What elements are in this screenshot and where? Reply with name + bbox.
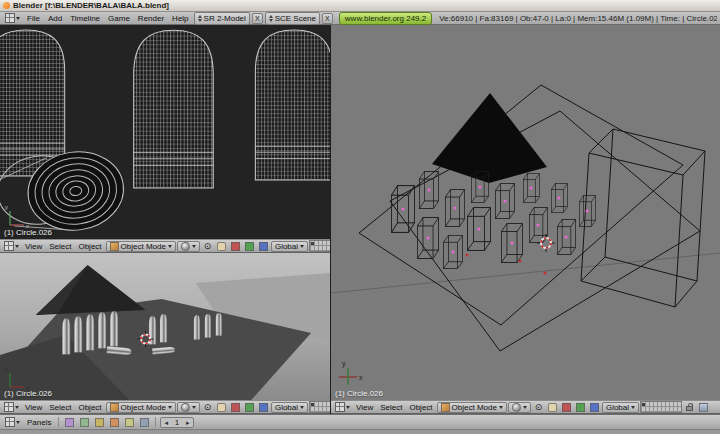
frame-stepper[interactable]: ◂ 1 ▸ [160, 417, 193, 428]
viewport-header: View Select Object Object Mode ⊙ Global [0, 239, 330, 253]
file-menu[interactable]: File [24, 14, 43, 23]
pivot-icon: ⊙ [204, 242, 212, 251]
translate-manipulator-button[interactable] [560, 401, 573, 413]
editor-type-button[interactable] [333, 402, 352, 413]
panels-menu[interactable]: Panels [24, 418, 54, 427]
chevron-down-icon [346, 406, 350, 409]
draw-type-dropdown[interactable] [177, 241, 200, 252]
help-menu[interactable]: Help [169, 14, 191, 23]
orientation-dropdown[interactable]: Global [271, 402, 308, 413]
editor-type-icon [4, 402, 14, 412]
lock-button[interactable] [683, 401, 696, 413]
manipulator-hand-button[interactable] [215, 240, 228, 252]
svg-text:y: y [5, 366, 8, 372]
window-titlebar[interactable]: Blender [f:\BLENDER\BALA\BALA.blend] [0, 0, 720, 12]
mode-dropdown[interactable]: Object Mode [106, 241, 176, 252]
scene-context-icon [140, 418, 149, 427]
select-menu[interactable]: Select [46, 403, 74, 412]
frame-decrement-arrow[interactable]: ◂ [164, 419, 168, 426]
scale-manipulator-icon [259, 242, 268, 251]
render-preview-button[interactable] [697, 401, 710, 413]
view-menu[interactable]: View [22, 242, 45, 251]
game-menu[interactable]: Game [105, 14, 133, 23]
editor-type-button[interactable] [2, 402, 21, 413]
viewport-bottom-left[interactable]: x y (1) Circle.026 [0, 253, 330, 400]
object-context-button[interactable] [108, 416, 121, 428]
orientation-dropdown[interactable]: Global [602, 402, 639, 413]
rotate-manipulator-icon [245, 242, 254, 251]
scale-manipulator-button[interactable] [588, 401, 601, 413]
add-menu[interactable]: Add [45, 14, 65, 23]
window-type-button[interactable] [3, 13, 22, 24]
pivot-dropdown[interactable]: ⊙ [532, 401, 545, 413]
object-menu[interactable]: Object [406, 403, 435, 412]
draw-type-sphere-icon [512, 403, 521, 412]
view-menu[interactable]: View [22, 403, 45, 412]
rotate-manipulator-button[interactable] [243, 240, 256, 252]
timeline-menu[interactable]: Timeline [67, 14, 103, 23]
manipulator-hand-button[interactable] [546, 401, 559, 413]
script-context-button[interactable] [78, 416, 91, 428]
draw-type-dropdown[interactable] [177, 402, 200, 413]
viewport-top-left[interactable]: x y (1) Circle.026 [0, 25, 330, 239]
layer-buttons[interactable] [309, 240, 330, 252]
editor-type-button[interactable] [2, 241, 21, 252]
chevron-down-icon [631, 406, 635, 409]
scene-context-button[interactable] [138, 416, 151, 428]
rotate-manipulator-button[interactable] [243, 401, 256, 413]
svg-text:y: y [342, 360, 346, 368]
draw-type-dropdown[interactable] [508, 402, 531, 413]
active-layer-cell [311, 403, 314, 406]
dropdown-arrows-icon [198, 15, 202, 22]
object-menu[interactable]: Object [75, 403, 104, 412]
rotate-manipulator-button[interactable] [574, 401, 587, 413]
mode-dropdown[interactable]: Object Mode [437, 402, 507, 413]
select-menu[interactable]: Select [377, 403, 405, 412]
render-camera-icon [699, 403, 708, 412]
editing-context-button[interactable] [123, 416, 136, 428]
window-type-icon [5, 13, 15, 23]
shading-context-button[interactable] [93, 416, 106, 428]
logic-context-button[interactable] [63, 416, 76, 428]
svg-text:y: y [5, 204, 8, 210]
screen-selector[interactable]: SR 2-Model [194, 12, 250, 25]
mode-dropdown[interactable]: Object Mode [106, 402, 176, 413]
viewport-right[interactable]: x y (1) Circle.026 [331, 25, 720, 400]
blender-window: Blender [f:\BLENDER\BALA\BALA.blend] Fil… [0, 0, 720, 434]
screen-selector-label: SR 2-Model [204, 14, 246, 23]
frame-increment-arrow[interactable]: ▸ [186, 419, 190, 426]
chevron-down-icon [499, 406, 503, 409]
wireframe-bullet [0, 30, 65, 176]
orientation-dropdown[interactable]: Global [271, 241, 308, 252]
object-menu[interactable]: Object [75, 242, 104, 251]
layer-buttons[interactable] [309, 401, 330, 413]
translate-manipulator-button[interactable] [229, 240, 242, 252]
translate-manipulator-button[interactable] [229, 401, 242, 413]
manipulator-hand-button[interactable] [215, 401, 228, 413]
scene-statistics: Ve:66910 | Fa:83169 | Ob:47-0 | La:0 | M… [439, 14, 717, 23]
scale-manipulator-button[interactable] [257, 401, 270, 413]
chevron-down-icon [523, 406, 527, 409]
scale-manipulator-button[interactable] [257, 240, 270, 252]
mode-label: Object Mode [452, 403, 497, 412]
chevron-down-icon [300, 245, 304, 248]
view-menu[interactable]: View [353, 403, 376, 412]
layer-buttons[interactable] [640, 401, 682, 413]
editor-type-button[interactable] [3, 417, 22, 428]
scene-selector[interactable]: SCE Scene [265, 12, 320, 25]
scene-delete-button[interactable]: X [322, 13, 333, 24]
screen-delete-button[interactable]: X [252, 13, 263, 24]
chevron-down-icon [16, 17, 20, 20]
select-menu[interactable]: Select [46, 242, 74, 251]
pivot-dropdown[interactable]: ⊙ [201, 240, 214, 252]
render-menu[interactable]: Render [135, 14, 167, 23]
active-object-info: (1) Circle.026 [4, 389, 52, 398]
pivot-dropdown[interactable]: ⊙ [201, 401, 214, 413]
editing-context-icon [125, 418, 134, 427]
lock-icon [686, 406, 693, 411]
pivot-icon: ⊙ [535, 403, 543, 412]
chevron-down-icon [16, 421, 20, 424]
object-mode-icon [441, 403, 450, 412]
wireframe-perspective-view: x y [331, 25, 720, 400]
blender-version-button[interactable]: www.blender.org 249.2 [339, 12, 432, 25]
